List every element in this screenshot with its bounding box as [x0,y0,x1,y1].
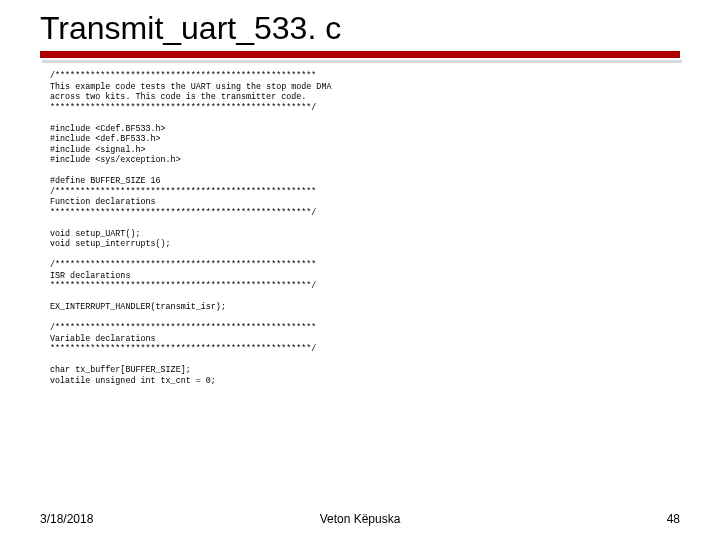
slide-title: Transmit_uart_533. c [40,10,680,47]
slide-footer: 3/18/2018 Veton Këpuska 48 [0,512,720,526]
code-block: /***************************************… [50,71,670,386]
title-divider [40,51,680,63]
footer-page: 48 [467,512,680,526]
footer-date: 3/18/2018 [40,512,253,526]
footer-author: Veton Këpuska [253,512,466,526]
